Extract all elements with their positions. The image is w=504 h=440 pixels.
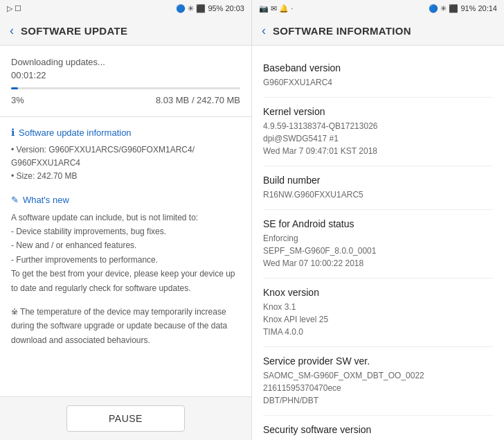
- info-row: Security software versionMDF v3.1 Releas…: [263, 416, 493, 440]
- info-row: Build numberR16NW.G960FXXU1ARC5: [263, 166, 493, 210]
- info-row-value: G960FXXU1ARC4: [263, 76, 493, 89]
- left-header: ‹ SOFTWARE UPDATE: [0, 17, 251, 46]
- info-row: Baseband versionG960FXXU1ARC4: [263, 54, 493, 98]
- left-status-right: 🔵 ✳ ⬛ 95% 20:03: [176, 4, 244, 13]
- info-row: Service provider SW ver.SAOMC_SM-G960F_O…: [263, 347, 493, 416]
- download-time: 00:01:22: [11, 70, 240, 80]
- progress-percent: 3%: [11, 95, 24, 105]
- download-status: Downloading updates...: [11, 57, 240, 67]
- progress-size: 8.03 MB / 242.70 MB: [156, 95, 240, 105]
- whats-new-icon: ✎: [11, 195, 19, 205]
- progress-bar-fill: [11, 87, 18, 89]
- right-header: ‹ SOFTWARE INFORMATION: [252, 17, 504, 46]
- info-row: Knox versionKnox 3.1 Knox API level 25 T…: [263, 279, 493, 347]
- info-row-label: SE for Android status: [263, 218, 493, 229]
- right-status-bar: 📷 ✉ 🔔 · 🔵 ✳ ⬛ 91% 20:14: [252, 0, 504, 17]
- update-info-label: Software update information: [19, 127, 132, 138]
- right-panel: 📷 ✉ 🔔 · 🔵 ✳ ⬛ 91% 20:14 ‹ SOFTWARE INFOR…: [252, 0, 504, 440]
- info-row-label: Security software version: [263, 424, 493, 435]
- info-row-value: SAOMC_SM-G960F_OXM_DBT_OO_0022 216115953…: [263, 369, 493, 407]
- right-back-button[interactable]: ‹: [262, 24, 266, 38]
- left-content: Downloading updates... 00:01:22 3% 8.03 …: [0, 46, 251, 396]
- left-bottom-bar: PAUSE: [0, 396, 251, 440]
- left-back-button[interactable]: ‹: [10, 24, 14, 38]
- info-row-value: R16NW.G960FXXU1ARC5: [263, 188, 493, 201]
- info-row-value: Knox 3.1 Knox API level 25 TIMA 4.0.0: [263, 301, 493, 338]
- info-row-label: Knox version: [263, 287, 493, 298]
- right-status-right: 🔵 ✳ ⬛ 91% 20:14: [429, 4, 497, 13]
- divider-1: [0, 116, 251, 117]
- info-row-value: 4.9.59-13138374-QB17213026 dpi@SWDG5417 …: [263, 120, 493, 157]
- info-row: Kernel version4.9.59-13138374-QB17213026…: [263, 98, 493, 166]
- right-content: Baseband versionG960FXXU1ARC4Kernel vers…: [252, 46, 504, 440]
- progress-info: 3% 8.03 MB / 242.70 MB: [11, 95, 240, 105]
- left-panel: ▷ ☐ 🔵 ✳ ⬛ 95% 20:03 ‹ SOFTWARE UPDATE Do…: [0, 0, 252, 440]
- progress-bar-container: [11, 87, 240, 89]
- info-row-label: Service provider SW ver.: [263, 355, 493, 367]
- update-info-text: • Version: G960FXXU1ARCS/G960FOXM1ARC4/ …: [11, 143, 240, 184]
- info-row-value: Enforcing SEPF_SM-G960F_8.0.0_0001 Wed M…: [263, 232, 493, 270]
- left-header-title: SOFTWARE UPDATE: [21, 25, 127, 37]
- right-status-left-icons: 📷 ✉ 🔔 ·: [259, 4, 293, 13]
- info-row-label: Kernel version: [263, 106, 493, 117]
- whats-new-label: What's new: [23, 195, 69, 205]
- info-row-label: Baseband version: [263, 62, 493, 73]
- whats-new-title: ✎ What's new: [11, 195, 240, 205]
- update-info-title: ℹ Software update information: [11, 127, 240, 138]
- whats-new-text: A software update can include, but is no…: [11, 211, 240, 295]
- pause-button[interactable]: PAUSE: [66, 405, 185, 432]
- left-status-bar: ▷ ☐ 🔵 ✳ ⬛ 95% 20:03: [0, 0, 251, 17]
- left-status-left-icons: ▷ ☐: [7, 4, 21, 13]
- warning-text: ※ The temperature of the device may temp…: [11, 305, 240, 347]
- info-icon: ℹ: [11, 127, 15, 138]
- right-header-title: SOFTWARE INFORMATION: [273, 25, 411, 37]
- info-row-label: Build number: [263, 175, 493, 186]
- info-row: SE for Android statusEnforcing SEPF_SM-G…: [263, 210, 493, 279]
